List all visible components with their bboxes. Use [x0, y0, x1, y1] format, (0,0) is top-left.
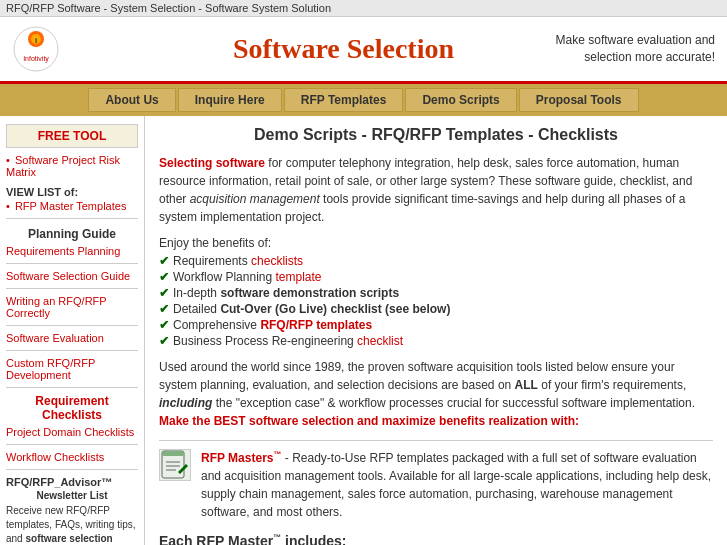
- benefit-6: ✔ Business Process Re-engineering checkl…: [159, 334, 713, 348]
- divider-4: [6, 325, 138, 326]
- template-link[interactable]: template: [276, 270, 322, 284]
- checkmark-icon-6: ✔: [159, 334, 169, 348]
- rfp-masters-text: RFP Masters™ - Ready-to-Use RFP template…: [201, 449, 713, 521]
- checkmark-icon-2: ✔: [159, 270, 169, 284]
- newsletter-list-label: Newsletter List: [6, 490, 138, 501]
- divider-8: [6, 469, 138, 470]
- checklist-link-2[interactable]: checklist: [357, 334, 403, 348]
- benefit-2: ✔ Workflow Planning template: [159, 270, 713, 284]
- intro-bold-text: Selecting software: [159, 156, 265, 170]
- nav-inquire-here[interactable]: Inquire Here: [178, 88, 282, 112]
- title-bar: RFQ/RFP Software - System Selection - So…: [0, 0, 727, 17]
- intro-paragraph: Selecting software for computer telephon…: [159, 154, 713, 226]
- view-list-label: VIEW LIST of:: [6, 186, 138, 198]
- navbar: About Us Inquire Here RFP Templates Demo…: [0, 84, 727, 116]
- benefit-6-text: Business Process Re-engineering checklis…: [173, 334, 403, 348]
- checklists-link[interactable]: checklists: [251, 254, 303, 268]
- workflow-checklists-link[interactable]: Workflow Checklists: [6, 451, 138, 463]
- nav-proposal-tools[interactable]: Proposal Tools: [519, 88, 639, 112]
- rfq-advisor-heading: RFQ/RFP_Advisor™: [6, 476, 138, 488]
- used-red-bold: Make the BEST software selection and max…: [159, 414, 579, 428]
- planning-guide-heading: Planning Guide: [6, 227, 138, 241]
- logo-area: i Infotivity: [12, 25, 152, 73]
- bullet-icon: •: [6, 154, 10, 166]
- checkmark-icon-1: ✔: [159, 254, 169, 268]
- nav-demo-scripts[interactable]: Demo Scripts: [405, 88, 516, 112]
- free-tool-box: FREE TOOL: [6, 124, 138, 148]
- req-checklists-heading: Requirement Checklists: [6, 394, 138, 422]
- software-selection-guide-link[interactable]: Software Selection Guide: [6, 270, 138, 282]
- benefits-section: Enjoy the benefits of: ✔ Requirements ch…: [159, 236, 713, 348]
- nav-about-us[interactable]: About Us: [88, 88, 175, 112]
- free-tool-link-section: • Software Project Risk Matrix: [6, 154, 138, 178]
- used-paragraph: Used around the world since 1989, the pr…: [159, 358, 713, 430]
- rfp-masters-title: RFP Masters™: [201, 451, 281, 465]
- divider-7: [6, 444, 138, 445]
- benefit-1: ✔ Requirements checklists: [159, 254, 713, 268]
- free-tool-label: FREE TOOL: [11, 129, 133, 143]
- each-rfp-heading: Each RFP Master™ includes:: [159, 533, 713, 545]
- svg-rect-6: [162, 451, 184, 456]
- benefit-3: ✔ In-depth software demonstration script…: [159, 286, 713, 300]
- benefit-2-text: Workflow Planning template: [173, 270, 322, 284]
- header: i Infotivity Software Selection Make sof…: [0, 17, 727, 84]
- intro-italic-text: acquisition management: [190, 192, 320, 206]
- rfp-masters-section: RFP Masters™ - Ready-to-Use RFP template…: [159, 440, 713, 521]
- software-risk-matrix-link[interactable]: Software Project Risk Matrix: [6, 154, 120, 178]
- checkmark-icon-5: ✔: [159, 318, 169, 332]
- benefit-4-text: Detailed Cut-Over (Go Live) checklist (s…: [173, 302, 450, 316]
- content-area: Demo Scripts - RFQ/RFP Templates - Check…: [145, 116, 727, 545]
- used-italic-bold: including: [159, 396, 212, 410]
- used-text-2: of your firm's requirements,: [538, 378, 686, 392]
- used-bold-all: ALL: [515, 378, 538, 392]
- project-domain-checklists-link[interactable]: Project Domain Checklists: [6, 426, 138, 438]
- benefit-5-text: Comprehensive RFQ/RFP templates: [173, 318, 372, 332]
- checkmark-icon-4: ✔: [159, 302, 169, 316]
- nav-rfp-templates[interactable]: RFP Templates: [284, 88, 404, 112]
- main-layout: FREE TOOL • Software Project Risk Matrix…: [0, 116, 727, 545]
- custom-rfq-link[interactable]: Custom RFQ/RFP Development: [6, 357, 138, 381]
- requirements-planning-link[interactable]: Requirements Planning: [6, 245, 138, 257]
- svg-text:i: i: [35, 36, 37, 45]
- bullet-icon-2: •: [6, 200, 10, 212]
- tagline: Make software evaluation and selection m…: [535, 32, 715, 66]
- rfp-masters-icon: [159, 449, 191, 481]
- benefit-4: ✔ Detailed Cut-Over (Go Live) checklist …: [159, 302, 713, 316]
- software-evaluation-link[interactable]: Software Evaluation: [6, 332, 138, 344]
- svg-text:Infotivity: Infotivity: [23, 55, 49, 63]
- divider-3: [6, 288, 138, 289]
- newsletter-description: Receive new RFQ/RFP templates, FAQs, wri…: [6, 504, 138, 545]
- benefits-heading: Enjoy the benefits of:: [159, 236, 713, 250]
- rfp-master-templates-link[interactable]: RFP Master Templates: [15, 200, 126, 212]
- used-text-3: the "exception case" & workflow processe…: [212, 396, 695, 410]
- benefit-1-text: Requirements checklists: [173, 254, 303, 268]
- writing-rfq-link[interactable]: Writing an RFQ/RFP Correctly: [6, 295, 138, 319]
- rfq-rfp-templates-link[interactable]: RFQ/RFP templates: [260, 318, 372, 332]
- title-bar-text: RFQ/RFP Software - System Selection - So…: [6, 2, 331, 14]
- benefit-5: ✔ Comprehensive RFQ/RFP templates: [159, 318, 713, 332]
- divider-1: [6, 218, 138, 219]
- divider-6: [6, 387, 138, 388]
- logo-icon: i Infotivity: [12, 25, 60, 73]
- rfp-master-templates-link-section: • RFP Master Templates: [6, 200, 138, 212]
- benefit-3-text: In-depth software demonstration scripts: [173, 286, 399, 300]
- divider-5: [6, 350, 138, 351]
- checkmark-icon-3: ✔: [159, 286, 169, 300]
- divider-2: [6, 263, 138, 264]
- sidebar: FREE TOOL • Software Project Risk Matrix…: [0, 116, 145, 545]
- site-title: Software Selection: [152, 33, 535, 65]
- content-title: Demo Scripts - RFQ/RFP Templates - Check…: [159, 126, 713, 144]
